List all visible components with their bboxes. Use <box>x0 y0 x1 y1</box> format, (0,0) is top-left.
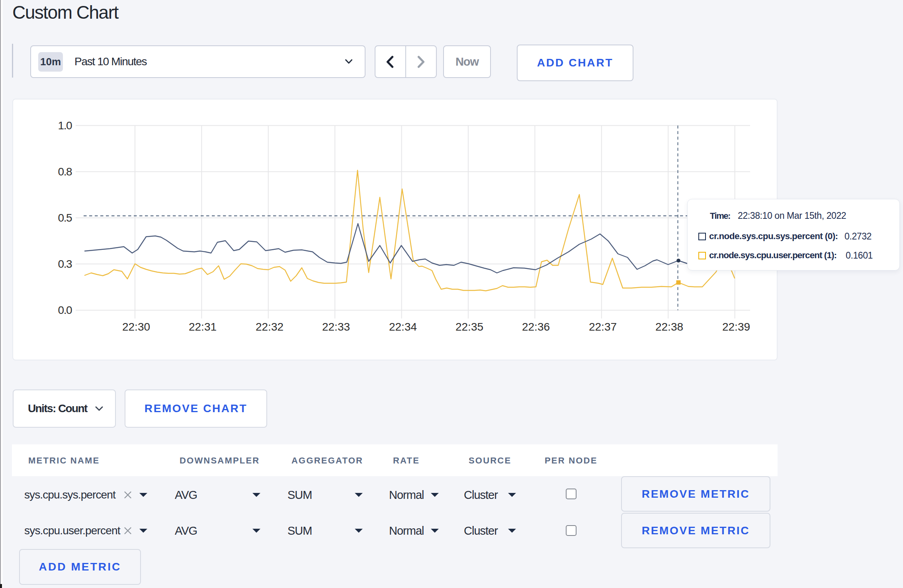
svg-text:0.8: 0.8 <box>58 165 72 178</box>
svg-text:1.0: 1.0 <box>58 119 72 132</box>
svg-text:0.3: 0.3 <box>58 258 72 270</box>
svg-text:22:33: 22:33 <box>322 321 350 333</box>
svg-text:22:35: 22:35 <box>455 321 483 333</box>
svg-text:0.5: 0.5 <box>58 212 72 224</box>
svg-text:22:30: 22:30 <box>122 321 150 333</box>
svg-text:22:32: 22:32 <box>256 321 283 333</box>
svg-text:22:31: 22:31 <box>189 321 217 333</box>
svg-text:22:34: 22:34 <box>389 321 417 333</box>
svg-text:22:36: 22:36 <box>522 321 550 333</box>
svg-text:22:38: 22:38 <box>655 321 683 333</box>
svg-text:22:39: 22:39 <box>722 321 750 333</box>
svg-text:22:37: 22:37 <box>589 321 617 333</box>
svg-text:0.0: 0.0 <box>58 304 72 316</box>
